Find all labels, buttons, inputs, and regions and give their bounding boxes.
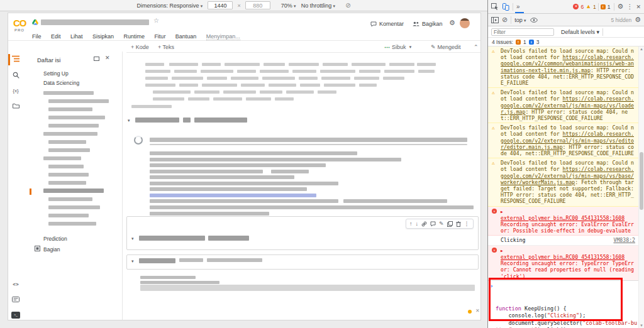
redacted-text bbox=[48, 124, 99, 128]
settings-gear-icon[interactable]: ⚙ bbox=[449, 19, 455, 27]
redacted-text bbox=[418, 70, 435, 73]
console-settings-icon[interactable]: ⚙ bbox=[635, 16, 641, 24]
chevron-down-icon: ▼ bbox=[332, 4, 336, 8]
warning-icon: ⚠ bbox=[492, 90, 495, 96]
redacted-text bbox=[202, 63, 221, 66]
redacted-text bbox=[223, 90, 256, 94]
editing-mode-button[interactable]: ✎ Mengedit bbox=[431, 44, 461, 50]
redacted-text bbox=[172, 77, 203, 80]
add-text-button[interactable]: + Teks bbox=[158, 44, 174, 50]
source-link[interactable]: external_polymer_bin…RC00_454131558:1608 bbox=[501, 215, 635, 221]
clear-console-icon[interactable]: ⊘ bbox=[502, 16, 508, 24]
terminal-icon[interactable]: >_ bbox=[8, 312, 23, 319]
menu-edit[interactable]: Edit bbox=[51, 33, 61, 40]
status-badges[interactable]: ✕6 ▲1 !1 bbox=[573, 3, 610, 11]
devtools-settings-icon[interactable]: ⚙ bbox=[618, 3, 624, 11]
hidden-messages-label[interactable]: 5 hidden bbox=[611, 17, 632, 23]
devtools-menu-icon[interactable]: ⋮ bbox=[626, 3, 633, 10]
source-link[interactable]: VM838:2 bbox=[613, 237, 635, 243]
source-map-link[interactable]: https://colab.research.google.com/v2/com… bbox=[501, 54, 634, 73]
colab-pro-label: PRO bbox=[14, 28, 25, 32]
source-map-link[interactable]: https://colab.research.google.com/v2/ext… bbox=[501, 131, 634, 150]
notebook-redacted-text bbox=[126, 63, 480, 319]
redacted-text bbox=[150, 199, 338, 203]
variables-icon[interactable]: {x} bbox=[8, 88, 23, 94]
console-scrollbar[interactable]: ▲ ▼ bbox=[638, 46, 644, 328]
close-devtools-icon[interactable]: ✕ bbox=[636, 4, 641, 10]
issues-orange-count: 1 bbox=[523, 39, 526, 45]
dismiss-icon[interactable]: ✕ bbox=[475, 308, 480, 314]
left-icon-rail: {x} <> >_ bbox=[8, 52, 23, 320]
colab-logo[interactable]: CO bbox=[13, 18, 26, 28]
search-icon[interactable] bbox=[8, 72, 23, 79]
redacted-text bbox=[183, 118, 191, 123]
source-link[interactable]: external_polymer_bin…RC00_454131558:1608 bbox=[501, 254, 635, 260]
star-icon[interactable]: ☆ bbox=[153, 17, 159, 24]
zoom-select[interactable]: 70%▼ bbox=[281, 3, 297, 9]
device-toolbar: Dimensions: Responsive▼ × 70%▼ No thrott… bbox=[0, 0, 487, 11]
menu-view[interactable]: Lihat bbox=[70, 33, 83, 40]
filter-input[interactable] bbox=[491, 28, 554, 36]
expander-icon[interactable]: ▶ bbox=[501, 209, 503, 214]
redacted-text bbox=[169, 63, 198, 66]
share-button[interactable]: Bagikan bbox=[413, 21, 443, 27]
redacted-text bbox=[48, 181, 86, 185]
warning-icon: ⚠ bbox=[492, 160, 495, 167]
dimensions-select[interactable]: Dimensions: Responsive▼ bbox=[136, 3, 203, 9]
issues-count: 1 bbox=[608, 4, 611, 10]
live-expression-eye-icon[interactable] bbox=[530, 18, 538, 23]
issues-bar[interactable]: 4 Issues: ! 1 i 3 bbox=[488, 38, 644, 46]
divider bbox=[511, 16, 511, 24]
redacted-text bbox=[207, 258, 262, 262]
divider bbox=[8, 40, 481, 41]
issues-bar-label: 4 Issues: bbox=[492, 39, 513, 45]
collapse-header-button[interactable]: ⌃ bbox=[474, 44, 479, 50]
menu-help[interactable]: Bantuan bbox=[175, 33, 197, 40]
files-folder-icon[interactable] bbox=[8, 103, 23, 109]
menu-file[interactable]: File bbox=[32, 33, 42, 40]
menu-insert[interactable]: Sisipkan bbox=[92, 33, 114, 40]
log-levels-select[interactable]: Default levels ▾ bbox=[561, 29, 599, 35]
console-sidebar-icon[interactable] bbox=[491, 17, 499, 23]
redacted-text bbox=[48, 116, 105, 119]
toc-icon[interactable] bbox=[8, 55, 23, 62]
redacted-text bbox=[145, 63, 164, 66]
code-snippets-icon[interactable]: <> bbox=[8, 282, 23, 287]
viewport-width-input[interactable] bbox=[208, 1, 233, 9]
redacted-text bbox=[48, 99, 109, 103]
source-map-link[interactable]: https://colab.research.google.com/v2/ext… bbox=[501, 166, 634, 185]
redacted-text bbox=[299, 77, 318, 80]
scroll-up-icon[interactable]: ▲ bbox=[640, 47, 643, 51]
redacted-text bbox=[179, 84, 198, 87]
viewport-height-input[interactable] bbox=[245, 1, 270, 9]
expander-icon[interactable]: ▶ bbox=[501, 248, 503, 253]
toc-sidebar: Daftar isi ✕ Setting Up Data Sciencing P… bbox=[23, 52, 123, 320]
no-throttle-icon[interactable]: ⊘ bbox=[345, 2, 350, 9]
redacted-text bbox=[145, 77, 168, 80]
device-toolbar-icon[interactable] bbox=[502, 3, 509, 11]
source-map-link[interactable]: https://colab.research.google.com/v2/ext… bbox=[501, 96, 634, 114]
busy-dots-icon: ⋯ bbox=[384, 44, 390, 50]
error-count: 6 bbox=[580, 4, 584, 10]
runtime-status-button[interactable]: ⋯ Sibuk▼ bbox=[384, 44, 412, 50]
notebook-title-redacted[interactable] bbox=[41, 19, 149, 25]
divider bbox=[513, 3, 513, 11]
redacted-text bbox=[150, 175, 294, 179]
error-icon: ✕ bbox=[492, 248, 497, 253]
scroll-down-icon[interactable]: ▼ bbox=[640, 324, 643, 327]
scrollbar-thumb[interactable] bbox=[640, 152, 643, 210]
menu-runtime[interactable]: Runtime bbox=[123, 33, 145, 40]
avatar[interactable] bbox=[460, 18, 470, 28]
redacted-text bbox=[48, 165, 84, 168]
add-code-button[interactable]: + Kode bbox=[131, 44, 149, 50]
throttling-select[interactable]: No throttling▼ bbox=[301, 3, 336, 9]
redacted-text bbox=[135, 118, 179, 123]
js-context-select[interactable]: top▼ bbox=[514, 17, 526, 23]
command-palette-icon[interactable] bbox=[8, 297, 23, 302]
menu-tools[interactable]: Fitur bbox=[154, 33, 165, 40]
comment-button[interactable]: Komentar bbox=[370, 21, 404, 27]
chevron-down-icon: ▼ bbox=[293, 4, 297, 8]
inspect-element-icon[interactable] bbox=[491, 3, 499, 11]
redacted-text bbox=[354, 77, 379, 80]
more-tabs-button[interactable]: » bbox=[516, 3, 520, 10]
